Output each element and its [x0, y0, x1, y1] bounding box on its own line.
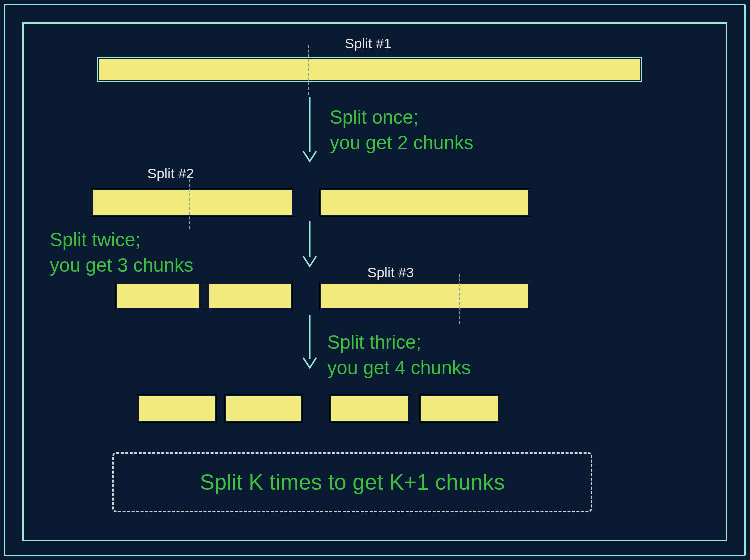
arrow-2 — [298, 221, 322, 271]
arrow-3 — [298, 315, 322, 372]
bar-row1 — [98, 57, 642, 82]
bar-row2-right — [320, 189, 530, 216]
bar-row2-left — [92, 189, 294, 216]
dash-split-3 — [459, 274, 460, 324]
caption-twice: Split twice; you get 3 chunks — [50, 227, 194, 279]
conclusion-text: Split K times to get K+1 chunks — [200, 470, 505, 495]
arrow-1 — [298, 97, 322, 167]
bar-row4-b — [225, 395, 302, 422]
split-2-label: Split #2 — [148, 166, 194, 182]
bar-row3-c — [320, 282, 530, 310]
bar-row3-b — [208, 282, 292, 310]
conclusion-box: Split K times to get K+1 chunks — [112, 452, 592, 512]
bar-row3-a — [116, 282, 201, 310]
bar-row4-c — [330, 395, 410, 422]
caption-thrice: Split thrice; you get 4 chunks — [328, 330, 471, 381]
dash-split-2 — [189, 175, 190, 229]
caption-once: Split once; you get 2 chunks — [330, 105, 474, 156]
bar-row4-d — [420, 395, 500, 422]
bar-row4-a — [138, 395, 216, 422]
dash-split-1 — [308, 45, 310, 95]
split-3-label: Split #3 — [368, 265, 414, 281]
split-1-label: Split #1 — [345, 36, 392, 52]
